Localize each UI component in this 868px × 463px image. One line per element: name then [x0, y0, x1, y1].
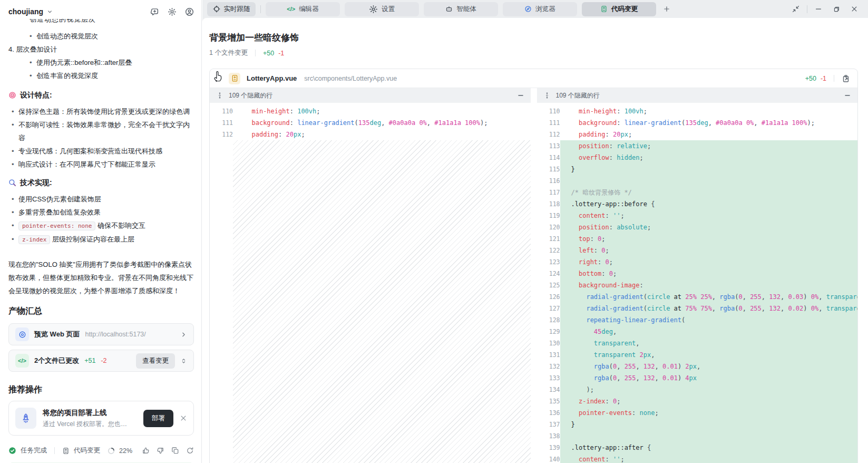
chevron-right-icon: [180, 331, 187, 338]
preview-label: 预览 Web 页面: [34, 330, 80, 339]
code-line-125: 125 background-image:: [537, 279, 858, 291]
code-line-122: 122 left: 0;: [537, 245, 858, 256]
sidebar-header: choujiang: [8, 5, 194, 18]
thumbs-down-icon[interactable]: [157, 447, 164, 455]
hidden-lines-bar-new: 109 个隐藏的行: [537, 88, 858, 103]
collapse-window-icon[interactable]: [787, 5, 805, 13]
line-number: 137: [537, 419, 560, 430]
line-number: 116: [537, 175, 560, 187]
empty-diff-hatch: [233, 140, 531, 463]
design-bullet: •响应式设计：在不同屏幕尺寸下都能正常显示: [8, 158, 194, 171]
account-icon[interactable]: [185, 7, 194, 16]
line-number: 129: [537, 326, 560, 337]
tab-设置[interactable]: 设置: [345, 2, 419, 16]
tab-智能体[interactable]: 智能体: [424, 2, 498, 16]
gear-icon[interactable]: [168, 7, 177, 16]
diff-panel-new: 109 个隐藏的行 110 min-height: 100vh;111 back…: [537, 88, 858, 463]
expand-collapse-icon[interactable]: [180, 358, 187, 364]
line-number: 134: [537, 384, 560, 396]
code-line-132: 132 rgba(0, 255, 132, 0.01) 2px,: [537, 361, 858, 372]
message-outline: •创造动态的视觉层次4. 层次叠加设计•使用伪元素::before和::afte…: [0, 30, 201, 82]
code-line-118: 118.lottery-app::before {: [537, 198, 858, 210]
code-changes-view: 背景增加一些暗纹修饰 1 个文件变更 +50 -1 LotteryApp.vue…: [202, 18, 868, 463]
code-line-138: 138: [537, 430, 858, 442]
line-number: 117: [537, 187, 560, 198]
files-changed-card[interactable]: </> 2个文件已更改 +51 -2 查看变更: [8, 350, 194, 372]
line-number: 118: [537, 198, 560, 210]
code-line-123: 123 right: 0;: [537, 256, 858, 268]
file-diff-card: LotteryApp.vue src\components/LotteryApp…: [209, 69, 858, 463]
preview-web-card[interactable]: 预览 Web 页面 http://localhost:5173/: [8, 323, 194, 345]
file-diff-header[interactable]: LotteryApp.vue src\components/LotteryApp…: [210, 69, 857, 88]
new-tab-icon[interactable]: [663, 5, 670, 13]
tab-实时跟随[interactable]: 实时跟随: [207, 2, 256, 16]
line-number: 136: [537, 407, 560, 419]
deploy-button[interactable]: 部署: [143, 410, 173, 427]
line-number: 114: [537, 152, 560, 163]
line-number: 121: [537, 233, 560, 245]
line-number: 113: [537, 140, 560, 152]
line-number: 132: [537, 361, 560, 372]
chat-sidebar: choujiang 创造动态的视觉层次 •创造动态的视觉层次4. 层次叠加设计•…: [0, 0, 202, 463]
line-number: 119: [537, 210, 560, 221]
code-line-134: 134 );: [537, 384, 858, 396]
tab-代码变更[interactable]: 代码变更: [582, 2, 656, 16]
main-area: 实时跟随</>编辑器设置智能体浏览器代码变更 背景增加一些暗纹修饰 1 个文件变…: [202, 0, 868, 463]
new-chat-icon[interactable]: [150, 7, 159, 16]
compass-icon: [524, 5, 532, 13]
line-number: 130: [537, 337, 560, 349]
line-number: 112: [537, 129, 560, 140]
outline-item: •使用伪元素::before和::after层叠: [8, 56, 194, 69]
collapse-file-chevron-icon[interactable]: [214, 75, 225, 82]
collapse-panel-icon[interactable]: [844, 92, 851, 99]
copy-icon[interactable]: [171, 447, 179, 455]
minimize-icon[interactable]: [810, 5, 827, 13]
clipped-list-item: 创造动态的视觉层次: [30, 19, 194, 25]
file-deletions: -1: [821, 75, 826, 82]
deploy-card[interactable]: 将您的项目部署上线 通过 Vercel 授权部署。您也可以在对话中... 部署: [8, 401, 194, 436]
retry-icon[interactable]: [186, 447, 194, 455]
preview-url: http://localhost:5173/: [85, 331, 145, 338]
code-line-137: 137}: [537, 419, 858, 430]
code-line-126: 126 radial-gradient(circle at 25% 25%, r…: [537, 291, 858, 303]
dismiss-deploy-icon[interactable]: [180, 414, 187, 422]
thumbs-up-icon[interactable]: [142, 447, 150, 455]
line-number: 110: [537, 105, 560, 117]
code-line-129: 129 45deg,: [537, 326, 858, 337]
side-by-side-diff: 109 个隐藏的行 110 min-height: 100vh;111 back…: [210, 88, 857, 463]
magnifier-icon: [8, 179, 16, 187]
code-line-113: 113 position: relative;: [537, 140, 858, 152]
code-line-111: 111 background: linear-gradient(135deg, …: [210, 117, 531, 129]
products-heading: 产物汇总: [0, 306, 201, 317]
line-number: 124: [537, 268, 560, 279]
target-icon: [8, 91, 16, 99]
close-icon[interactable]: [845, 5, 863, 13]
code-changes-label[interactable]: 代码变更: [74, 446, 100, 455]
clipboard-icon[interactable]: [842, 74, 850, 83]
collapse-panel-icon[interactable]: [517, 92, 524, 99]
design-bullet: •保持深色主题：所有装饰使用比背景更浅或更深的绿色调: [8, 105, 194, 118]
line-number: 131: [537, 349, 560, 361]
code-line-115: 115}: [537, 163, 858, 175]
code-line-119: 119 content: '';: [537, 210, 858, 221]
expand-hidden-lines-icon[interactable]: [216, 92, 223, 99]
robot-icon: [445, 5, 453, 13]
tech-bullet: •pointer-events: none 确保不影响交互: [8, 219, 194, 233]
hidden-lines-label: 109 个隐藏的行: [556, 91, 600, 100]
files-changed-label: 2个文件已更改: [34, 356, 79, 365]
chevron-down-icon[interactable]: [46, 8, 53, 15]
line-number: 111: [210, 117, 233, 129]
outline-item: 4. 层次叠加设计: [8, 43, 194, 56]
line-number: 126: [537, 291, 560, 303]
task-done-label: 任务完成: [21, 446, 47, 455]
tab-编辑器[interactable]: </>编辑器: [266, 2, 340, 16]
expand-hidden-lines-icon[interactable]: [543, 92, 551, 99]
progress-ring-icon: [108, 447, 115, 455]
restore-icon[interactable]: [827, 6, 845, 13]
project-title[interactable]: choujiang: [8, 7, 43, 16]
diffdoc-icon: [600, 5, 608, 13]
view-changes-button[interactable]: 查看变更: [136, 353, 175, 369]
code-line-110: 110 min-height: 100vh;: [210, 105, 531, 117]
code-line-120: 120 position: absolute;: [537, 221, 858, 233]
tab-浏览器[interactable]: 浏览器: [503, 2, 577, 16]
